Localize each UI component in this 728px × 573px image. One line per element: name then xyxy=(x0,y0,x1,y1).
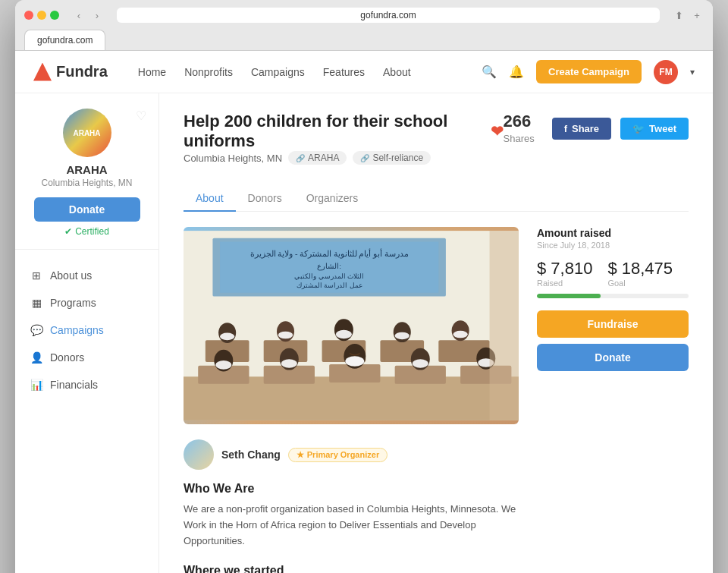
tag-self-reliance[interactable]: 🔗 Self-reliance xyxy=(353,151,431,165)
sidebar-label-donors: Donors xyxy=(50,351,84,364)
section1-heading: Who We Are xyxy=(184,482,519,496)
shares-count: 266 xyxy=(504,112,532,131)
certified-badge: ✔ Certified xyxy=(64,226,109,237)
amounts-row: $ 7,810 Raised $ 18,475 Goal xyxy=(537,259,689,288)
close-button[interactable] xyxy=(24,11,33,20)
raised-label: Raised xyxy=(537,279,592,288)
search-icon[interactable]: 🔍 xyxy=(482,65,497,79)
svg-text:عمل الدراسة المشترك: عمل الدراسة المشترك xyxy=(297,282,362,290)
svg-point-33 xyxy=(345,356,364,366)
sidebar-item-programs[interactable]: ▦ Programs xyxy=(21,289,152,316)
svg-rect-38 xyxy=(490,231,519,420)
org-name: ARAHA xyxy=(66,163,107,176)
goal-amount: $ 18,475 Goal xyxy=(607,259,673,288)
back-button[interactable]: ‹ xyxy=(71,8,86,23)
nav-home[interactable]: Home xyxy=(138,66,166,78)
heart-campaign-icon[interactable]: ❤ xyxy=(491,122,504,140)
campaign-tabs: About Donors Organizers xyxy=(184,186,689,212)
svg-text:مدرسة أبو أيام للثانوية المشتر: مدرسة أبو أيام للثانوية المشتركة - ولاية… xyxy=(250,248,409,259)
svg-point-14 xyxy=(220,333,234,341)
sidebar-label-financials: Financials xyxy=(50,379,98,391)
donate-button[interactable]: Donate xyxy=(34,197,140,222)
since-date: Since July 18, 2018 xyxy=(537,241,689,250)
action-buttons: Fundraise Donate xyxy=(537,310,689,371)
chat-icon: 💬 xyxy=(30,324,42,336)
browser-chrome: ‹ › ⬆ + gofundra.com xyxy=(15,0,713,51)
sidebar-item-donors[interactable]: 👤 Donors xyxy=(21,344,152,371)
amount-raised-title: Amount raised xyxy=(537,227,689,239)
shares-section: 266 Shares f Share 🐦 Tweet xyxy=(504,112,689,145)
svg-point-31 xyxy=(281,359,297,368)
tag-araha[interactable]: 🔗 ARAHA xyxy=(288,151,347,165)
svg-point-22 xyxy=(453,331,468,338)
certified-label: Certified xyxy=(75,226,109,237)
logo-text: Fundra xyxy=(56,63,108,80)
app-container: Fundra Home Nonprofits Campaigns Feature… xyxy=(15,51,713,573)
traffic-lights xyxy=(24,11,59,20)
progress-bar xyxy=(537,294,689,298)
nav-about[interactable]: About xyxy=(383,66,411,78)
who-we-are-section: Who We Are We are a non-profit organizat… xyxy=(184,482,519,549)
tab-donors[interactable]: Donors xyxy=(236,186,294,212)
fundraise-button[interactable]: Fundraise xyxy=(537,310,689,338)
sidebar-item-financials[interactable]: 📊 Financials xyxy=(21,371,152,398)
info-icon: ⊞ xyxy=(30,269,42,282)
minimize-button[interactable] xyxy=(37,11,46,20)
logo[interactable]: Fundra xyxy=(33,63,108,81)
nav-features[interactable]: Features xyxy=(323,66,365,78)
notification-icon[interactable]: 🔔 xyxy=(509,65,524,79)
fb-icon: f xyxy=(564,123,567,134)
campaign-location: Columbia Heights, MN xyxy=(184,153,282,164)
campaign-meta: Columbia Heights, MN 🔗 ARAHA 🔗 Self-reli… xyxy=(184,151,504,165)
sidebar-label-campaigns: Campaigns xyxy=(50,324,104,336)
shares-label: Shares xyxy=(504,133,535,144)
content-area: Help 200 children for their school unifo… xyxy=(159,93,713,573)
progress-fill xyxy=(537,294,601,298)
shares-count-block: 266 Shares xyxy=(504,112,543,145)
tab-organizers[interactable]: Organizers xyxy=(294,186,370,212)
share-twitter-button[interactable]: 🐦 Tweet xyxy=(620,118,689,140)
campaign-sidebar-panel: Amount raised Since July 18, 2018 $ 7,81… xyxy=(537,227,689,573)
svg-text:الثلاث المدرسي والكتبي: الثلاث المدرسي والكتبي xyxy=(294,273,364,282)
logo-icon xyxy=(33,63,52,81)
avatar[interactable]: FM xyxy=(654,60,678,84)
svg-point-29 xyxy=(215,360,231,370)
calendar-icon: ▦ xyxy=(30,297,42,309)
browser-tab[interactable]: gofundra.com xyxy=(24,30,105,50)
heart-icon[interactable]: ♡ xyxy=(136,109,146,123)
donate-action-button[interactable]: Donate xyxy=(537,344,689,371)
section1-text: We are a non-profit organization based i… xyxy=(184,502,519,549)
organizer-section: Seth Chang ★ Primary Organizer xyxy=(184,439,519,470)
svg-text:الشارع:: الشارع: xyxy=(317,262,341,271)
nav-links: Home Nonprofits Campaigns Features About xyxy=(138,66,482,78)
sidebar: ♡ ARAHA ARAHA Columbia Heights, MN Donat… xyxy=(15,93,159,573)
new-tab-button[interactable]: + xyxy=(690,8,704,22)
star-icon: ★ xyxy=(297,450,304,460)
svg-point-18 xyxy=(336,330,352,339)
sidebar-item-about-us[interactable]: ⊞ About us xyxy=(21,262,152,289)
address-bar[interactable] xyxy=(124,10,652,20)
nav-dropdown-arrow[interactable]: ▾ xyxy=(690,67,695,77)
campaign-header: Help 200 children for their school unifo… xyxy=(184,112,689,177)
tab-about[interactable]: About xyxy=(184,186,236,212)
primary-organizer-badge: ★ Primary Organizer xyxy=(288,448,388,462)
forward-button[interactable]: › xyxy=(89,8,105,23)
nav-nonprofits[interactable]: Nonprofits xyxy=(184,66,233,78)
goal-value: $ 18,475 xyxy=(607,259,673,279)
share-facebook-button[interactable]: f Share xyxy=(552,118,611,140)
organizer-avatar xyxy=(184,439,214,470)
tw-icon: 🐦 xyxy=(632,123,645,134)
browser-window: ‹ › ⬆ + gofundra.com Fundra Home Nonp xyxy=(15,0,713,573)
org-logo: ARAHA xyxy=(63,109,111,157)
link-icon: 🔗 xyxy=(296,154,305,162)
campaign-media: مدرسة أبو أيام للثانوية المشتركة - ولاية… xyxy=(184,227,519,573)
maximize-button[interactable] xyxy=(50,11,59,20)
nav-campaigns[interactable]: Campaigns xyxy=(251,66,305,78)
amount-raised-box: Amount raised Since July 18, 2018 $ 7,81… xyxy=(537,227,689,371)
create-campaign-button[interactable]: Create Campaign xyxy=(536,60,642,83)
content-body: مدرسة أبو أيام للثانوية المشتركة - ولاية… xyxy=(184,227,689,573)
share-browser-button[interactable]: ⬆ xyxy=(672,8,686,22)
sidebar-item-campaigns[interactable]: 💬 Campaigns xyxy=(21,316,152,344)
nav-right: 🔍 🔔 Create Campaign FM ▾ xyxy=(482,60,695,84)
sidebar-nav: ⊞ About us ▦ Programs 💬 Campaigns 👤 Dono… xyxy=(15,262,158,398)
